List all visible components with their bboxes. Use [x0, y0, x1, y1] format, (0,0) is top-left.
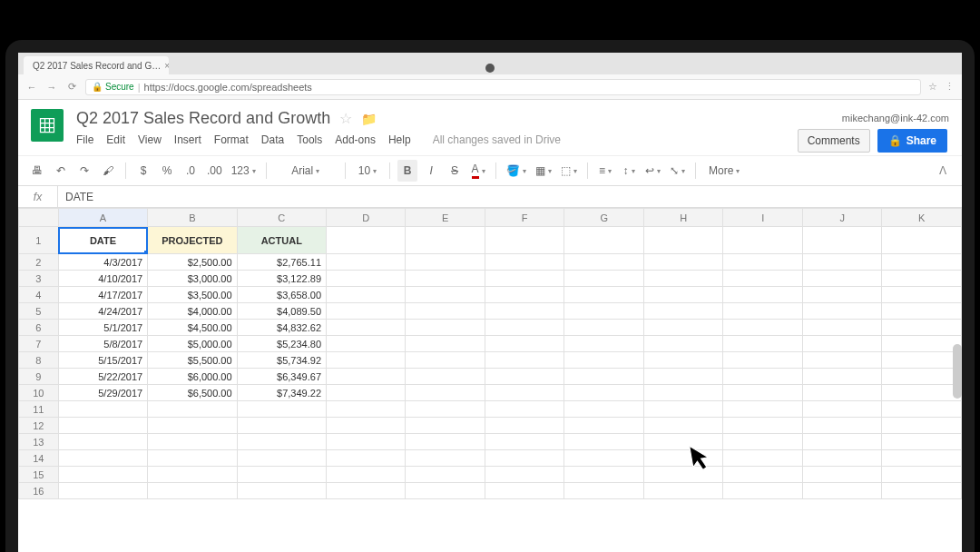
cell-J10[interactable]: [802, 385, 881, 401]
cell-G16[interactable]: [564, 483, 643, 499]
redo-icon[interactable]: ↷: [74, 160, 94, 182]
cell-A3[interactable]: 4/10/2017: [58, 271, 147, 287]
cell-I5[interactable]: [723, 303, 802, 320]
cell-A11[interactable]: [58, 401, 147, 418]
font-dropdown[interactable]: Arial: [274, 160, 338, 182]
col-header-I[interactable]: I: [723, 209, 802, 227]
cell-F3[interactable]: [485, 271, 564, 287]
cell-I4[interactable]: [723, 287, 802, 303]
cell-K7[interactable]: [882, 336, 962, 352]
cell-H4[interactable]: [643, 287, 722, 303]
menu-help[interactable]: Help: [388, 133, 411, 146]
cell-I7[interactable]: [723, 336, 802, 352]
row-header-8[interactable]: 8: [19, 352, 59, 369]
row-header-13[interactable]: 13: [19, 434, 59, 450]
cell-E9[interactable]: [406, 369, 485, 385]
cell-B3[interactable]: $3,000.00: [148, 271, 237, 287]
print-icon[interactable]: 🖶: [27, 160, 47, 182]
url-field[interactable]: 🔒 Secure | https://docs.google.com/sprea…: [85, 79, 921, 95]
cell-I10[interactable]: [723, 385, 802, 401]
cell-K6[interactable]: [882, 320, 962, 336]
cell-E6[interactable]: [406, 320, 485, 336]
cell-E5[interactable]: [406, 303, 485, 320]
cell-E15[interactable]: [406, 467, 485, 483]
cell-H8[interactable]: [643, 352, 722, 369]
cell-F10[interactable]: [485, 385, 564, 401]
cell-J9[interactable]: [802, 369, 881, 385]
cell-H16[interactable]: [643, 483, 722, 499]
cell-A8[interactable]: 5/15/2017: [58, 352, 147, 369]
cell-E12[interactable]: [406, 418, 485, 434]
tab-close-icon[interactable]: ×: [164, 61, 169, 71]
cell-J12[interactable]: [802, 418, 881, 434]
cell-B9[interactable]: $6,000.00: [148, 369, 237, 385]
cell-H14[interactable]: [643, 450, 722, 467]
vertical-scrollbar[interactable]: [953, 344, 962, 399]
col-header-C[interactable]: C: [237, 209, 326, 227]
text-color-icon[interactable]: A: [468, 160, 488, 182]
cell-J13[interactable]: [802, 434, 881, 450]
cell-K12[interactable]: [882, 418, 962, 434]
select-all-corner[interactable]: [19, 209, 59, 227]
cell-G8[interactable]: [564, 352, 643, 369]
cell-A15[interactable]: [58, 467, 147, 483]
cell-C12[interactable]: [237, 418, 326, 434]
v-align-icon[interactable]: ↕: [619, 160, 639, 182]
cell-G3[interactable]: [564, 271, 643, 287]
cell-A13[interactable]: [58, 434, 147, 450]
cell-J11[interactable]: [802, 401, 881, 418]
cell-G1[interactable]: [564, 227, 643, 254]
cell-F14[interactable]: [485, 450, 564, 467]
row-header-12[interactable]: 12: [19, 418, 59, 434]
cell-K8[interactable]: [882, 352, 962, 369]
star-icon[interactable]: ☆: [339, 110, 352, 127]
row-header-5[interactable]: 5: [19, 303, 59, 320]
row-header-15[interactable]: 15: [19, 467, 59, 483]
cell-C10[interactable]: $7,349.22: [237, 385, 326, 401]
borders-icon[interactable]: ▦: [533, 160, 554, 182]
cell-A12[interactable]: [58, 418, 147, 434]
cell-C1[interactable]: ACTUAL: [237, 227, 326, 254]
increase-decimal-icon[interactable]: .00: [204, 160, 225, 182]
cell-F1[interactable]: [485, 227, 564, 254]
col-header-A[interactable]: A: [58, 209, 147, 227]
menu-format[interactable]: Format: [214, 133, 249, 146]
cell-C3[interactable]: $3,122.89: [237, 271, 326, 287]
col-header-E[interactable]: E: [406, 209, 485, 227]
cell-G14[interactable]: [564, 450, 643, 467]
cell-D10[interactable]: [327, 385, 406, 401]
cell-F15[interactable]: [485, 467, 564, 483]
menu-add-ons[interactable]: Add-ons: [335, 133, 376, 146]
cell-H10[interactable]: [643, 385, 722, 401]
cell-D12[interactable]: [327, 418, 406, 434]
cell-K5[interactable]: [882, 303, 962, 320]
row-header-9[interactable]: 9: [19, 369, 59, 385]
cell-H15[interactable]: [643, 467, 722, 483]
cell-B16[interactable]: [148, 483, 237, 499]
cell-C6[interactable]: $4,832.62: [237, 320, 326, 336]
cell-G2[interactable]: [564, 254, 643, 271]
cell-D9[interactable]: [327, 369, 406, 385]
cell-C8[interactable]: $5,734.92: [237, 352, 326, 369]
cell-B15[interactable]: [148, 467, 237, 483]
cell-E11[interactable]: [406, 401, 485, 418]
decrease-decimal-icon[interactable]: .0: [181, 160, 201, 182]
cell-H11[interactable]: [643, 401, 722, 418]
cell-E16[interactable]: [406, 483, 485, 499]
cell-G5[interactable]: [564, 303, 643, 320]
cell-G15[interactable]: [564, 467, 643, 483]
cell-I13[interactable]: [723, 434, 802, 450]
cell-E13[interactable]: [406, 434, 485, 450]
cell-K2[interactable]: [882, 254, 962, 271]
cell-H5[interactable]: [643, 303, 722, 320]
cell-E14[interactable]: [406, 450, 485, 467]
font-size-dropdown[interactable]: 10: [353, 160, 382, 182]
percent-icon[interactable]: %: [157, 160, 177, 182]
cell-C15[interactable]: [237, 467, 326, 483]
h-align-icon[interactable]: ≡: [595, 160, 615, 182]
cell-H13[interactable]: [643, 434, 722, 450]
formula-value[interactable]: DATE: [58, 191, 101, 203]
col-header-B[interactable]: B: [148, 209, 237, 227]
doc-title[interactable]: Q2 2017 Sales Record and Growth: [76, 109, 330, 128]
cell-B5[interactable]: $4,000.00: [148, 303, 237, 320]
